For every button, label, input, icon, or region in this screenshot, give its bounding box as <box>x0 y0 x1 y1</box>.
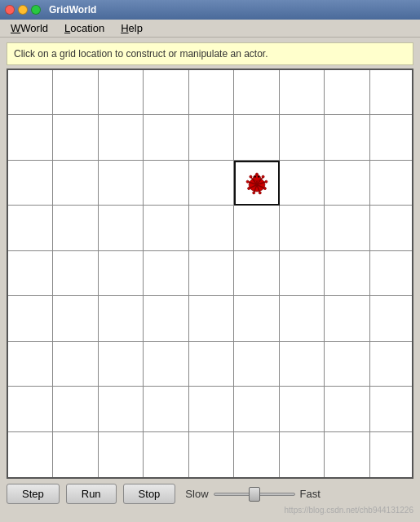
window-title: GridWorld <box>49 4 96 15</box>
slider-thumb[interactable] <box>249 487 260 502</box>
stop-button[interactable]: Stop <box>123 484 176 504</box>
grid-cell[interactable] <box>189 432 234 477</box>
run-button[interactable]: Run <box>66 484 117 504</box>
grid-cell[interactable] <box>280 115 325 160</box>
grid-cell[interactable] <box>8 342 53 387</box>
grid-cell[interactable] <box>189 342 234 387</box>
grid-cell[interactable] <box>280 161 325 206</box>
grid-cell[interactable] <box>325 115 369 160</box>
grid-cell[interactable] <box>189 296 234 341</box>
grid-cell[interactable] <box>8 115 53 160</box>
grid-cell[interactable] <box>144 206 188 250</box>
grid-cell[interactable] <box>189 387 234 431</box>
grid-cell[interactable] <box>144 161 188 206</box>
grid-cell[interactable] <box>8 387 53 431</box>
grid-cell[interactable] <box>234 342 279 387</box>
grid-cell[interactable] <box>370 296 413 341</box>
grid-cell[interactable] <box>99 161 144 206</box>
grid-cell[interactable] <box>144 296 188 341</box>
grid-cell[interactable] <box>8 432 53 477</box>
grid-cell[interactable] <box>325 387 369 431</box>
grid-cell[interactable] <box>53 161 98 206</box>
step-button[interactable]: Step <box>7 484 60 504</box>
svg-point-21 <box>258 175 259 177</box>
grid-cell[interactable] <box>144 251 188 296</box>
grid-cell[interactable] <box>370 115 413 160</box>
grid-cell[interactable] <box>189 70 234 115</box>
maximize-button[interactable] <box>31 5 41 15</box>
grid-cell[interactable] <box>8 251 53 296</box>
minimize-button[interactable] <box>18 5 28 15</box>
grid-cell[interactable] <box>234 296 279 341</box>
info-bar: Click on a grid location to construct or… <box>7 42 413 65</box>
grid-cell[interactable] <box>53 115 98 160</box>
grid-cell[interactable] <box>8 70 53 115</box>
grid-cell[interactable] <box>53 387 98 431</box>
grid-cell[interactable] <box>99 342 144 387</box>
grid-cell[interactable] <box>370 70 413 115</box>
menu-location[interactable]: Location <box>57 20 112 37</box>
grid-cell[interactable] <box>280 206 325 250</box>
grid-cell[interactable] <box>144 70 188 115</box>
grid-cell[interactable] <box>234 115 279 160</box>
bug-actor <box>241 168 272 199</box>
grid-cell[interactable] <box>99 206 144 250</box>
grid-cell[interactable] <box>370 387 413 431</box>
grid-cell[interactable] <box>99 251 144 296</box>
grid-cell[interactable] <box>189 206 234 250</box>
grid-cell[interactable] <box>370 342 413 387</box>
grid-cell[interactable] <box>280 342 325 387</box>
grid-cell[interactable] <box>280 251 325 296</box>
grid-cell[interactable] <box>325 432 369 477</box>
grid-cell[interactable] <box>325 70 369 115</box>
grid-cell[interactable] <box>144 115 188 160</box>
grid-cell[interactable] <box>8 296 53 341</box>
grid-cell[interactable] <box>53 251 98 296</box>
grid-cell[interactable] <box>189 161 234 206</box>
grid-cell[interactable] <box>99 70 144 115</box>
grid-cell[interactable] <box>370 251 413 296</box>
grid-cell[interactable] <box>53 432 98 477</box>
grid-cell[interactable] <box>53 70 98 115</box>
menu-help[interactable]: Help <box>113 20 150 37</box>
speed-slider[interactable] <box>214 487 295 502</box>
grid-cell[interactable] <box>325 251 369 296</box>
grid-cell[interactable] <box>99 387 144 431</box>
menu-world[interactable]: WWorld <box>3 20 55 37</box>
grid-cell[interactable] <box>53 342 98 387</box>
grid-cell[interactable] <box>234 432 279 477</box>
watermark: https://blog.csdn.net/chb944131226 <box>0 506 413 515</box>
grid-cell[interactable] <box>99 296 144 341</box>
grid-cell[interactable] <box>234 161 279 206</box>
grid-cell[interactable] <box>370 161 413 206</box>
grid-cell[interactable] <box>144 342 188 387</box>
grid-cell[interactable] <box>144 387 188 431</box>
grid-cell[interactable] <box>280 70 325 115</box>
grid-cell[interactable] <box>144 432 188 477</box>
grid-cell[interactable] <box>234 387 279 431</box>
svg-point-4 <box>262 175 264 178</box>
svg-point-8 <box>263 187 266 189</box>
grid-cell[interactable] <box>53 206 98 250</box>
window-controls[interactable] <box>5 5 41 15</box>
grid-cell[interactable] <box>99 115 144 160</box>
grid-cell[interactable] <box>53 296 98 341</box>
grid-cell[interactable] <box>189 115 234 160</box>
grid-cell[interactable] <box>234 206 279 250</box>
grid-cell[interactable] <box>189 251 234 296</box>
grid-cell[interactable] <box>280 387 325 431</box>
grid-cell[interactable] <box>370 206 413 250</box>
grid-cell[interactable] <box>325 342 369 387</box>
grid-cell[interactable] <box>325 161 369 206</box>
grid-cell[interactable] <box>280 432 325 477</box>
close-button[interactable] <box>5 5 15 15</box>
grid-cell[interactable] <box>8 161 53 206</box>
grid-cell[interactable] <box>234 251 279 296</box>
grid-cell[interactable] <box>370 432 413 477</box>
grid-cell[interactable] <box>280 296 325 341</box>
grid-cell[interactable] <box>325 296 369 341</box>
grid-cell[interactable] <box>234 70 279 115</box>
grid-cell[interactable] <box>8 206 53 250</box>
grid-cell[interactable] <box>99 432 144 477</box>
grid-cell[interactable] <box>325 206 369 250</box>
